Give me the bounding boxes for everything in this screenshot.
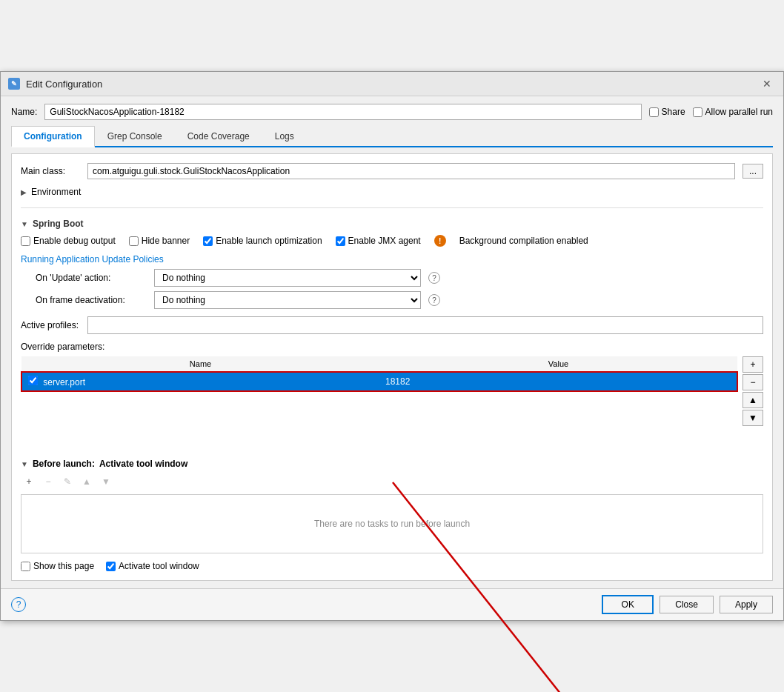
show-this-page-label[interactable]: Show this page	[21, 561, 94, 571]
before-launch-remove-button[interactable]: −	[40, 473, 56, 490]
params-empty-area	[21, 392, 738, 451]
tab-logs[interactable]: Logs	[262, 126, 307, 146]
enable-jmx-agent-checkbox[interactable]	[336, 236, 345, 246]
add-param-button[interactable]: +	[743, 356, 763, 373]
update-action-label: On 'Update' action:	[36, 273, 147, 283]
active-profiles-label: Active profiles:	[21, 320, 80, 330]
help-button[interactable]: ?	[11, 597, 26, 612]
enable-launch-optimization-checkbox[interactable]	[203, 236, 213, 246]
environment-label: Environment	[31, 187, 81, 197]
remove-param-button[interactable]: −	[743, 374, 763, 390]
activate-tool-window-bottom-label[interactable]: Activate tool window	[106, 561, 199, 571]
parallel-run-checkbox-label[interactable]: Allow parallel run	[693, 107, 773, 117]
footer-left: ?	[11, 597, 26, 612]
frame-deactivation-label: On frame deactivation:	[36, 295, 147, 305]
bottom-options: Show this page Activate tool window	[21, 561, 763, 571]
update-action-row: On 'Update' action: Do nothing Update cl…	[21, 269, 763, 287]
hide-banner-label[interactable]: Hide banner	[129, 236, 190, 246]
tab-code-coverage[interactable]: Code Coverage	[175, 126, 262, 146]
update-action-help-icon[interactable]: ?	[428, 272, 440, 284]
tab-grep-console[interactable]: Grep Console	[95, 126, 175, 146]
before-launch-down-button[interactable]: ▼	[98, 473, 114, 490]
share-area: Share Allow parallel run	[649, 107, 773, 117]
name-label: Name:	[11, 107, 37, 117]
footer-right: OK Close Apply	[602, 595, 773, 614]
params-side-buttons: + − ▲ ▼	[743, 356, 763, 426]
update-action-select[interactable]: Do nothing Update classes and resources …	[154, 269, 421, 287]
move-param-up-button[interactable]: ▲	[743, 392, 763, 408]
enable-launch-optimization-label[interactable]: Enable launch optimization	[203, 236, 322, 246]
app-icon: ✎	[8, 78, 20, 90]
warning-icon: !	[434, 235, 446, 247]
params-table: Name Value server.port	[21, 356, 738, 392]
policies-title: Running Application Update Policies	[21, 254, 763, 265]
active-profiles-input[interactable]	[87, 316, 763, 334]
main-class-label: Main class:	[21, 166, 80, 176]
tabs: Configuration Grep Console Code Coverage…	[11, 126, 773, 147]
frame-deactivation-select[interactable]: Do nothing Update classes and resources …	[154, 291, 421, 309]
override-params-title: Override parameters:	[21, 342, 763, 352]
activate-tool-window-label: Activate tool window	[99, 459, 187, 469]
params-table-wrapper: Name Value server.port	[21, 356, 738, 451]
title-bar: ✎ Edit Configuration ✕	[1, 72, 783, 96]
spring-boot-header[interactable]: ▼ Spring Boot	[21, 219, 763, 229]
frame-deactivation-help-icon[interactable]: ?	[428, 294, 440, 306]
before-launch-label: Before launch:	[33, 459, 95, 469]
before-launch: ▼ Before launch: Activate tool window + …	[21, 459, 763, 553]
parallel-run-checkbox[interactable]	[693, 107, 702, 117]
row-value: 18182	[379, 372, 737, 391]
spring-boot-label: Spring Boot	[33, 219, 84, 229]
table-row[interactable]: server.port 18182	[21, 372, 737, 391]
expand-icon: ▶	[21, 188, 27, 196]
background-compilation-label: Background compilation enabled	[459, 236, 588, 246]
before-launch-header[interactable]: ▼ Before launch: Activate tool window	[21, 459, 763, 469]
spring-boot-options: Enable debug output Hide banner Enable l…	[21, 235, 763, 247]
dialog-footer: ? OK Close Apply	[1, 588, 783, 620]
section-divider	[21, 207, 763, 208]
value-column-header: Value	[379, 356, 737, 372]
active-profiles-row: Active profiles:	[21, 316, 763, 334]
share-checkbox-label[interactable]: Share	[649, 107, 685, 117]
apply-button[interactable]: Apply	[720, 596, 773, 613]
frame-deactivation-row: On frame deactivation: Do nothing Update…	[21, 291, 763, 309]
before-launch-up-button[interactable]: ▲	[79, 473, 95, 490]
name-column-header: Name	[21, 356, 379, 372]
before-launch-add-button[interactable]: +	[21, 473, 37, 490]
enable-debug-output-checkbox[interactable]	[21, 236, 30, 246]
activate-tool-window-bottom-checkbox[interactable]	[106, 562, 116, 571]
before-launch-content: There are no tasks to run before launch	[21, 494, 763, 553]
no-tasks-message: There are no tasks to run before launch	[314, 519, 470, 529]
enable-debug-output-label[interactable]: Enable debug output	[21, 236, 116, 246]
main-class-input[interactable]	[87, 163, 735, 179]
hide-banner-checkbox[interactable]	[129, 236, 139, 246]
name-row: Name: Share Allow parallel run	[11, 104, 773, 120]
close-window-button[interactable]: ✕	[758, 76, 776, 91]
before-launch-edit-button[interactable]: ✎	[59, 473, 76, 490]
ok-button[interactable]: OK	[602, 595, 654, 614]
share-checkbox[interactable]	[649, 107, 659, 117]
params-outer: Name Value server.port	[21, 356, 738, 451]
show-this-page-checkbox[interactable]	[21, 562, 30, 571]
before-launch-toolbar: + − ✎ ▲ ▼	[21, 473, 763, 490]
enable-jmx-agent-label[interactable]: Enable JMX agent	[336, 236, 421, 246]
before-launch-expand-icon: ▼	[21, 460, 28, 468]
row-name-value: server.port	[43, 377, 85, 387]
dialog-title: Edit Configuration	[26, 79, 752, 90]
main-class-row: Main class: ...	[21, 163, 763, 179]
spring-boot-section: ▼ Spring Boot Enable debug output Hide b…	[21, 219, 763, 247]
close-button[interactable]: Close	[660, 596, 714, 613]
environment-section[interactable]: ▶ Environment	[21, 187, 763, 197]
config-panel: Main class: ... ▶ Environment ▼ Spring B…	[11, 153, 773, 581]
name-input[interactable]	[44, 104, 641, 120]
spring-boot-expand-icon: ▼	[21, 220, 28, 228]
tab-configuration[interactable]: Configuration	[11, 126, 95, 147]
row-enabled-checkbox[interactable]	[28, 376, 38, 385]
browse-button[interactable]: ...	[743, 164, 763, 179]
move-param-down-button[interactable]: ▼	[743, 410, 763, 426]
override-params: Override parameters: Name Value	[21, 342, 763, 451]
running-policies: Running Application Update Policies On '…	[21, 254, 763, 309]
row-checkbox-name: server.port	[21, 372, 379, 391]
